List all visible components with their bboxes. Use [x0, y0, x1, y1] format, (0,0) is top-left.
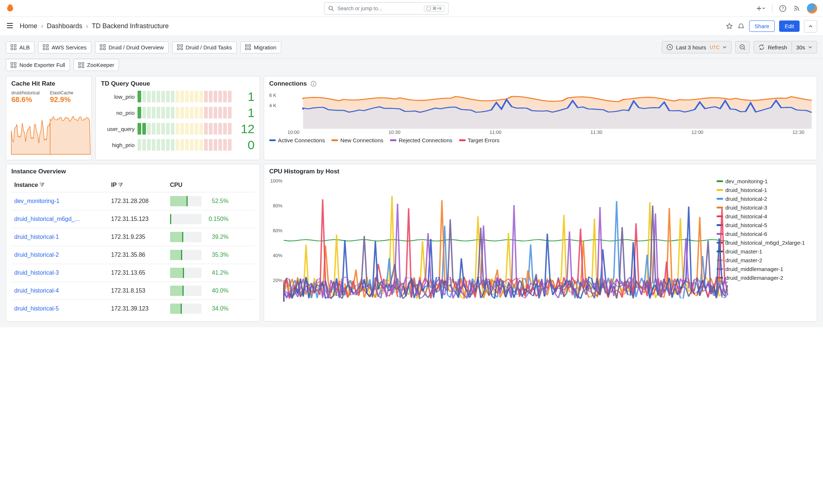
dashboard-link[interactable]: AWS Services [38, 41, 91, 53]
cpu-gauge [170, 268, 202, 278]
queue-cell [228, 91, 232, 102]
table-row: druid_historical-1172.31.9.23539.2% [11, 228, 255, 246]
legend-label: druid_middlemanager-2 [725, 275, 783, 281]
chevron-down-icon [808, 45, 812, 49]
legend-item[interactable]: druid_historical-6 [717, 231, 812, 237]
legend-item[interactable]: druid_historical-1 [717, 187, 812, 193]
svg-rect-18 [177, 45, 179, 46]
collapse-button[interactable] [804, 20, 817, 33]
queue-cell [176, 91, 179, 102]
cpu-gauge [170, 232, 202, 242]
queue-cell [180, 139, 184, 151]
queue-cell [190, 107, 193, 119]
queue-cell [152, 107, 155, 119]
link-label: AWS Services [52, 44, 86, 50]
panel-connections: Connections i 6 K 4 K 10:0010:3011:0011:… [264, 76, 817, 160]
legend-item[interactable]: New Connections [331, 137, 383, 143]
queue-row: low_prio1 [101, 90, 255, 103]
cpu-gauge [170, 196, 202, 206]
legend-item[interactable]: dev_monitoring-1 [717, 178, 812, 184]
svg-rect-8 [11, 48, 13, 50]
instance-link[interactable]: druid_historical_m6gd_... [14, 216, 80, 222]
instance-link[interactable]: druid_historical-3 [14, 270, 59, 276]
legend-item[interactable]: druid_middlemanager-1 [717, 266, 812, 272]
queue-cell [142, 123, 146, 135]
legend-label: druid_historical-2 [725, 196, 767, 202]
col-instance[interactable]: Instance⧩ [11, 178, 108, 192]
crumb-dashboards[interactable]: Dashboards [47, 22, 82, 30]
info-icon[interactable]: i [311, 81, 316, 87]
instance-link[interactable]: druid_historical-1 [14, 234, 59, 240]
search-kbd: ⌘+k [424, 5, 444, 12]
avatar[interactable] [807, 3, 817, 14]
dashboard-link[interactable]: Druid / Druid Overview [95, 41, 169, 53]
cpu-value: 0.150% [205, 216, 229, 222]
menu-button[interactable] [6, 22, 14, 31]
alerts-button[interactable] [737, 23, 745, 30]
help-button[interactable]: ? [779, 5, 786, 12]
dashboard-link[interactable]: Migration [240, 41, 281, 53]
dashboard-link[interactable]: Druid / Druid Tasks [172, 41, 237, 53]
queue-cell [209, 107, 213, 119]
edit-button[interactable]: Edit [779, 20, 800, 32]
instance-link[interactable]: druid_historical-2 [14, 252, 59, 258]
col-cpu[interactable]: CPU [167, 178, 255, 192]
queue-row: user_query12 [101, 123, 255, 135]
filter-icon[interactable]: ⧩ [40, 182, 44, 188]
time-range-picker[interactable]: Last 3 hours UTC [662, 41, 732, 53]
queue-cell [195, 91, 198, 102]
table-row: druid_historical-4172.31.8.15340.0% [11, 282, 255, 300]
cpu-value: 41.2% [205, 270, 229, 276]
legend-item[interactable]: druid_master-2 [717, 257, 812, 263]
queue-cell [161, 123, 165, 135]
dashboard-link[interactable]: ALB [6, 41, 34, 53]
crumb-home[interactable]: Home [20, 22, 37, 30]
breadcrumb-bar: Home › Dashboards › TD Backend Infrastru… [0, 17, 823, 36]
svg-rect-33 [14, 66, 16, 68]
refresh-button[interactable]: Refresh [754, 41, 792, 53]
col-ip[interactable]: IP⧩ [108, 178, 167, 192]
legend-item[interactable]: druid_middlemanager-2 [717, 275, 812, 281]
share-button[interactable]: Share [749, 20, 775, 32]
legend-item[interactable]: druid_master-1 [717, 248, 812, 255]
chevron-right-icon: › [41, 22, 43, 30]
svg-rect-16 [100, 48, 102, 50]
toolbar: ALBAWS ServicesDruid / Druid OverviewDru… [0, 36, 823, 59]
dashboard-link[interactable]: ZooKeeper [74, 59, 119, 71]
y-tick: 4 K [269, 103, 277, 108]
queue-cell [204, 123, 208, 135]
y-tick: 100% [270, 178, 282, 184]
zoom-out-button[interactable] [735, 41, 750, 53]
cpu-value: 35.3% [205, 252, 229, 258]
filter-icon[interactable]: ⧩ [118, 182, 123, 188]
queue-cell [138, 139, 141, 151]
legend-item[interactable]: druid_historical-5 [717, 222, 812, 228]
instance-link[interactable]: druid_historical-5 [14, 305, 59, 312]
legend-item[interactable]: Active Connections [269, 137, 325, 143]
instance-link[interactable]: dev_monitoring-1 [14, 198, 60, 204]
instance-link[interactable]: druid_historical-4 [14, 287, 59, 294]
grid-icon [11, 62, 16, 68]
queue-cell [204, 91, 208, 102]
queue-cell [166, 91, 170, 102]
dashboard-link[interactable]: Node Exporter Full [6, 59, 70, 71]
add-button[interactable] [756, 5, 766, 11]
help-icon: ? [779, 5, 786, 12]
legend-item[interactable]: druid_historical-2 [717, 196, 812, 202]
legend-item[interactable]: druid_historical_m6gd_2xlarge-1 [717, 240, 812, 246]
legend-label: druid_master-2 [725, 257, 762, 263]
queue-cell [180, 91, 184, 102]
refresh-interval-picker[interactable]: 30s [792, 41, 817, 53]
legend-item[interactable]: druid_historical-3 [717, 204, 812, 211]
news-button[interactable] [793, 5, 800, 12]
queue-cell [157, 139, 160, 151]
legend-item[interactable]: Target Errors [459, 137, 500, 143]
search-input[interactable]: Search or jump to... ⌘+k [324, 2, 448, 15]
favorite-button[interactable] [726, 23, 733, 30]
legend-item[interactable]: druid_historical-4 [717, 213, 812, 219]
grafana-logo-icon[interactable] [6, 3, 16, 14]
queue-cell [218, 107, 222, 119]
queue-cell [166, 139, 170, 151]
legend-label: dev_monitoring-1 [725, 178, 768, 184]
legend-item[interactable]: Rejected Connections [390, 137, 452, 143]
